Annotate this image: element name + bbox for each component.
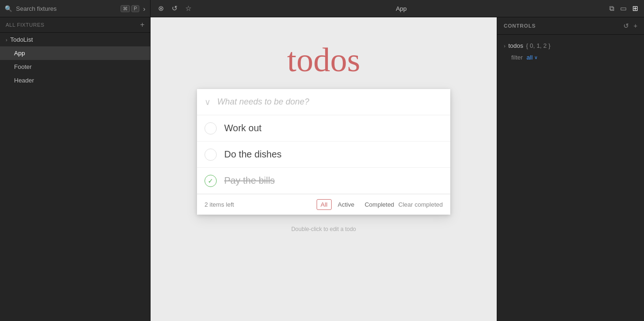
- sidebar-item-label: TodoList: [10, 36, 33, 43]
- todo-item-text-1[interactable]: Do the dishes: [224, 149, 281, 160]
- external-link-icon[interactable]: ⧉: [609, 4, 614, 13]
- filter-select-value[interactable]: all: [527, 54, 533, 61]
- search-bar[interactable]: 🔍 Search fixtures ⌘ P ›: [0, 0, 151, 17]
- todo-item-text-0[interactable]: Work out: [224, 123, 262, 134]
- sidebar-item-label: App: [14, 50, 25, 57]
- chevron-icon: ›: [504, 43, 506, 49]
- todo-hint: Double-click to edit a todo: [197, 226, 450, 232]
- todo-card: ∨ What needs to be done? Work out Do the…: [197, 89, 450, 215]
- filter-label: filter: [511, 54, 523, 61]
- todo-item-2: Pay the bills: [197, 168, 450, 194]
- todo-app-title: todos: [197, 41, 450, 80]
- filter-active-button[interactable]: Active: [333, 199, 358, 210]
- controls-label: CONTROLS: [504, 23, 536, 29]
- filter-completed-button[interactable]: Completed: [360, 199, 398, 210]
- sidebar-header-label: ALL FIXTURES: [6, 22, 45, 28]
- topbar-title: App: [396, 5, 407, 12]
- filter-all-button[interactable]: All: [317, 199, 332, 210]
- toggle-all-icon[interactable]: ∨: [205, 97, 211, 107]
- topbar: 🔍 Search fixtures ⌘ P › ⊗ ↺ ☆ App ⧉ ▭ ⊞: [0, 0, 644, 17]
- key-p: P: [131, 5, 139, 12]
- sidebar-item-todolist[interactable]: › TodoList: [0, 33, 150, 46]
- keyboard-shortcut: ⌘ P: [121, 5, 139, 12]
- sidebar-header: ALL FIXTURES +: [0, 17, 150, 33]
- topbar-right: ⧉ ▭ ⊞: [604, 4, 644, 13]
- todo-input[interactable]: What needs to be done?: [217, 97, 443, 107]
- todos-control-value: { 0, 1, 2 }: [526, 42, 550, 49]
- clear-completed-button[interactable]: Clear completed: [398, 201, 443, 208]
- controls-content: › todos { 0, 1, 2 } filter all ∨: [497, 35, 644, 67]
- sidebar-item-footer[interactable]: Footer: [0, 60, 150, 74]
- sidebar-item-app[interactable]: App: [0, 46, 150, 60]
- main-layout: ALL FIXTURES + › TodoList App Footer Hea…: [0, 17, 644, 321]
- sidebar-add-button[interactable]: +: [140, 21, 144, 29]
- todo-filters: All Active Completed: [317, 199, 399, 210]
- todos-control-row[interactable]: › todos { 0, 1, 2 }: [504, 39, 637, 52]
- todo-count: 2 items left: [205, 201, 317, 208]
- todo-checkbox-1[interactable]: [205, 149, 217, 161]
- right-panel-header: CONTROLS ↺ +: [497, 17, 644, 35]
- right-panel-actions: ↺ +: [623, 22, 637, 30]
- key-cmd: ⌘: [121, 5, 130, 12]
- todo-footer: 2 items left All Active Completed Clear …: [197, 194, 450, 215]
- chevron-icon: ›: [6, 37, 8, 43]
- todo-input-row[interactable]: ∨ What needs to be done?: [197, 89, 450, 115]
- collapse-icon[interactable]: ›: [143, 5, 145, 13]
- sidebar-item-label: Footer: [14, 63, 32, 70]
- search-icon: 🔍: [5, 5, 12, 12]
- sidebar-item-label: Header: [14, 77, 34, 84]
- app-preview: todos ∨ What needs to be done? Work out: [151, 17, 497, 321]
- sidebar: ALL FIXTURES + › TodoList App Footer Hea…: [0, 17, 151, 321]
- filter-select[interactable]: all ∨: [527, 54, 538, 61]
- todo-app: todos ∨ What needs to be done? Work out: [197, 41, 450, 232]
- right-panel: CONTROLS ↺ + › todos { 0, 1, 2 } filter …: [497, 17, 644, 321]
- content-area: todos ∨ What needs to be done? Work out: [151, 17, 497, 321]
- sidebar-item-header[interactable]: Header: [0, 74, 150, 87]
- todo-item-0: Work out: [197, 115, 450, 142]
- todo-checkbox-2[interactable]: [205, 175, 217, 187]
- stop-icon[interactable]: ⊗: [158, 4, 164, 13]
- reset-icon[interactable]: ↺: [623, 22, 629, 30]
- refresh-icon[interactable]: ↺: [172, 4, 178, 13]
- todo-item-text-2[interactable]: Pay the bills: [224, 175, 275, 186]
- todo-checkbox-0[interactable]: [205, 122, 217, 134]
- bookmark-icon[interactable]: ☆: [185, 4, 191, 13]
- layout-icon[interactable]: ▭: [620, 4, 627, 13]
- todos-control-label: todos: [508, 42, 523, 49]
- topbar-center: App: [199, 5, 604, 12]
- filter-control-row[interactable]: filter all ∨: [504, 52, 637, 63]
- top-nav-controls: ⊗ ↺ ☆: [151, 4, 199, 13]
- add-control-icon[interactable]: +: [634, 22, 637, 30]
- select-arrow-icon: ∨: [534, 55, 538, 60]
- search-placeholder-text: Search fixtures: [16, 5, 117, 12]
- grid-icon[interactable]: ⊞: [632, 4, 638, 13]
- todo-item-1: Do the dishes: [197, 142, 450, 168]
